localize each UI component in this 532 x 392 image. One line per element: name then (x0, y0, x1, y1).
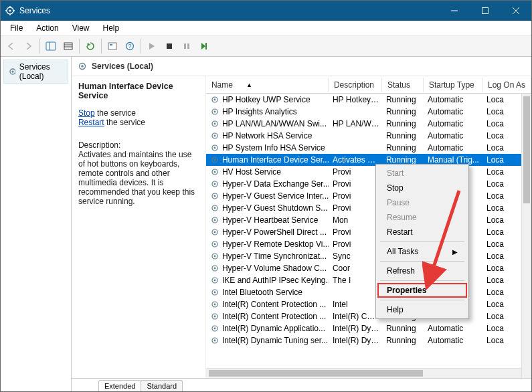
context-menu-start[interactable]: Start (377, 166, 467, 181)
pause-service-button[interactable] (179, 38, 195, 54)
context-menu-all-tasks[interactable]: All Tasks▶ (377, 244, 467, 259)
service-name-text: HP Hotkey UWP Service (222, 95, 311, 104)
scrollbar-thumb[interactable] (523, 96, 530, 203)
svg-point-42 (214, 183, 216, 185)
service-row[interactable]: Human Interface Device Ser...Activates a… (206, 154, 531, 166)
tree-item-label: Services (Local) (19, 62, 64, 81)
context-menu-help[interactable]: Help (377, 302, 467, 317)
service-row[interactable]: Hyper-V Data Exchange Ser...Provial (Tri… (206, 178, 531, 190)
service-row[interactable]: HP LAN/WLAN/WWAN Swi...HP LAN/WL...Runni… (206, 118, 531, 130)
service-row[interactable]: HP Insights AnalyticsRunningAutomaticLoc… (206, 106, 531, 118)
service-row[interactable]: HP Network HSA ServiceRunningAutomaticLo… (206, 130, 531, 142)
back-button[interactable] (3, 38, 19, 54)
vertical-scrollbar[interactable] (521, 94, 531, 378)
column-header-log-on-as[interactable]: Log On As (482, 78, 531, 92)
svg-point-62 (214, 304, 216, 306)
start-service-button[interactable] (144, 38, 160, 54)
service-row[interactable]: Hyper-V Heartbeat ServiceMonal (Trig...L… (206, 214, 531, 226)
cell-description: The I (329, 275, 382, 286)
column-header-startup-type[interactable]: Startup Type (424, 78, 482, 92)
maximize-button[interactable] (470, 1, 501, 21)
service-gear-icon (210, 143, 219, 153)
properties-button[interactable] (104, 38, 120, 54)
svg-point-52 (214, 243, 216, 246)
service-row[interactable]: Hyper-V Guest Shutdown S...Provial (Trig… (206, 202, 531, 214)
cell-status: Running (382, 118, 424, 129)
service-row[interactable]: Intel(R) Content Protection ...Intel(R) … (206, 310, 531, 322)
scrollbar-thumb[interactable] (209, 370, 423, 377)
stop-link[interactable]: Stop (78, 108, 95, 118)
service-row[interactable]: Hyper-V Guest Service Inter...Provial (T… (206, 190, 531, 202)
tab-standard[interactable]: Standard (141, 380, 183, 391)
minimize-button[interactable] (439, 1, 470, 21)
services-list: Name▲ Description Status Startup Type Lo… (205, 76, 531, 378)
service-row[interactable]: Hyper-V Volume Shadow C...Cooral (Trig..… (206, 262, 531, 274)
forward-button[interactable] (21, 38, 37, 54)
menu-help[interactable]: Help (96, 22, 126, 34)
menu-view[interactable]: View (66, 22, 96, 34)
restart-link[interactable]: Restart (78, 118, 104, 127)
cell-description (329, 147, 382, 149)
service-row[interactable]: Hyper-V PowerShell Direct ...Provial (Tr… (206, 226, 531, 238)
context-menu-label: Refresh (387, 266, 415, 276)
service-row[interactable]: IKE and AuthIP IPsec Keying...The Ial (T… (206, 274, 531, 286)
view-tabs: Extended Standard (72, 378, 531, 391)
svg-point-44 (214, 195, 216, 197)
cell-name: Intel(R) Content Protection ... (206, 299, 329, 310)
horizontal-scrollbar[interactable] (206, 368, 521, 378)
service-name-text: Hyper-V Guest Shutdown S... (222, 203, 327, 213)
export-list-button[interactable] (60, 38, 76, 54)
service-row[interactable]: Intel(R) Content Protection ...Intelatic… (206, 298, 531, 310)
close-button[interactable] (501, 1, 531, 21)
svg-line-9 (513, 7, 519, 14)
help-button[interactable]: ? (122, 38, 138, 54)
service-row[interactable]: HP Hotkey UWP ServiceHP Hotkey ...Runnin… (206, 94, 531, 106)
cell-name: HP Network HSA Service (206, 130, 329, 141)
svg-point-40 (214, 171, 216, 173)
service-name-text: Intel(R) Content Protection ... (222, 312, 326, 321)
service-gear-icon (210, 336, 219, 345)
cell-status: Running (382, 142, 424, 153)
tab-extended[interactable]: Extended (98, 380, 141, 391)
show-hide-console-tree-button[interactable] (43, 38, 59, 54)
menu-action[interactable]: Action (29, 22, 65, 34)
sort-ascending-icon: ▲ (246, 82, 252, 88)
svg-rect-10 (46, 42, 56, 50)
svg-rect-20 (184, 43, 186, 49)
console-tree: Services (Local) (1, 57, 72, 391)
context-menu-restart[interactable]: Restart (377, 225, 467, 239)
cell-startup-type: Automatic (424, 94, 482, 105)
cell-name: Intel(R) Dynamic Tuning ser... (206, 335, 329, 346)
restart-service-button[interactable] (196, 38, 212, 54)
context-menu-stop[interactable]: Stop (377, 181, 467, 195)
service-gear-icon (210, 300, 219, 309)
service-gear-icon (210, 276, 219, 285)
svg-point-56 (214, 268, 216, 270)
column-header-name[interactable]: Name▲ (206, 78, 329, 92)
service-row[interactable]: Intel(R) Dynamic Tuning ser...Intel(R) D… (206, 334, 531, 347)
menubar: File Action View Help (1, 21, 531, 35)
context-menu-properties[interactable]: Properties (377, 283, 467, 298)
column-header-description[interactable]: Description (329, 78, 382, 92)
service-row[interactable]: Intel(R) Dynamic Applicatio...Intel(R) D… (206, 322, 531, 334)
service-row[interactable]: Hyper-V Remote Desktop Vi...Provial (Tri… (206, 238, 531, 250)
stop-service-button[interactable] (161, 38, 177, 54)
menu-file[interactable]: File (3, 22, 29, 34)
context-menu-pause[interactable]: Pause (377, 195, 467, 210)
toolbar-divider (79, 39, 80, 54)
svg-point-26 (81, 65, 84, 68)
service-detail-pane: Human Interface Device Service Stop the … (72, 76, 205, 378)
context-menu-label: Resume (387, 213, 417, 222)
service-row[interactable]: HV Host ServiceProvial (Trig...Loca (206, 166, 531, 178)
service-row[interactable]: HP System Info HSA ServiceRunningAutomat… (206, 142, 531, 154)
gear-icon (77, 61, 88, 72)
refresh-button[interactable] (82, 38, 98, 54)
cell-description: Coor (329, 263, 382, 274)
context-menu-label: Help (387, 305, 404, 314)
tree-item-services-local[interactable]: Services (Local) (3, 60, 68, 84)
service-row[interactable]: Hyper-V Time Synchronizat...Syncal (Trig… (206, 250, 531, 262)
column-header-status[interactable]: Status (382, 78, 424, 92)
context-menu-resume[interactable]: Resume (377, 210, 467, 225)
service-row[interactable]: Intel Bluetooth ServiceaticLoca (206, 286, 531, 298)
context-menu-refresh[interactable]: Refresh (377, 264, 467, 278)
